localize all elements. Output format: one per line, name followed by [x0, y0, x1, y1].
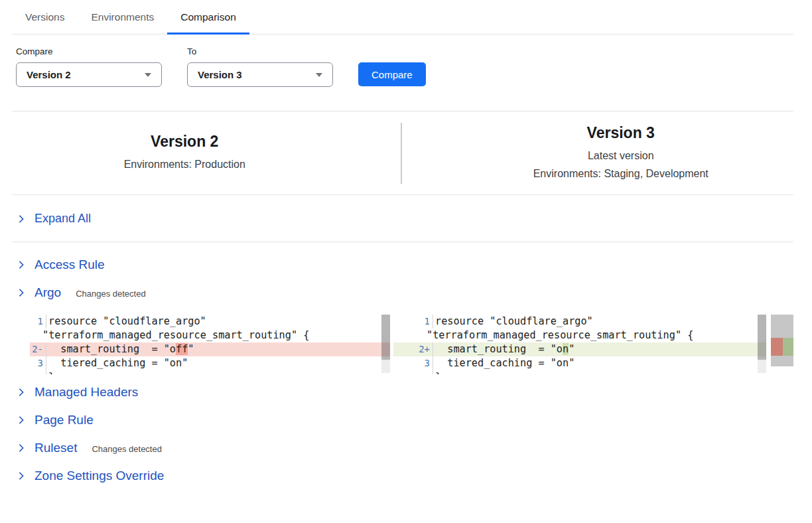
- changes-detected-badge: Changes detected: [92, 444, 162, 454]
- line-number: 2-: [30, 342, 46, 356]
- code-line: 1 resource "cloudflare_argo": [393, 315, 766, 329]
- code-line-added: 2+ smart_routing = "on": [393, 342, 766, 356]
- code-text: }: [433, 370, 441, 374]
- right-version-environments: Environments: Staging, Development: [448, 165, 794, 183]
- added-char-highlight: n: [563, 343, 569, 355]
- chevron-down-icon: [145, 73, 151, 77]
- scrollbar[interactable]: [381, 315, 390, 373]
- section-label: Zone Settings Override: [34, 469, 164, 483]
- diff-overview-ruler[interactable]: [771, 315, 793, 366]
- code-line: 1 resource "cloudflare_argo": [30, 315, 390, 329]
- to-field-label: To: [187, 46, 333, 56]
- code-text: tiered_caching = "on": [433, 356, 575, 370]
- compare-form: Compare Version 2 To Version 3 Compare: [16, 46, 812, 87]
- added-marker: [783, 338, 793, 356]
- chevron-right-icon: [17, 260, 26, 269]
- code-text: "terraform_managed_resource_smart_routin…: [30, 329, 309, 342]
- code-text: "terraform_managed_resource_smart_routin…: [393, 329, 693, 342]
- section-label: Managed Headers: [34, 385, 138, 400]
- chevron-right-icon: [17, 288, 26, 297]
- changes-detected-badge: Changes detected: [76, 289, 146, 299]
- tab-versions[interactable]: Versions: [12, 0, 78, 34]
- section-label: Argo: [34, 285, 61, 300]
- compare-field: Compare Version 2: [16, 46, 162, 87]
- compare-button[interactable]: Compare: [358, 62, 426, 86]
- diff-pane-left: 1 resource "cloudflare_argo" "terraform_…: [30, 315, 390, 374]
- code-text: }: [46, 370, 54, 374]
- code-line-wrap: "terraform_managed_resource_smart_routin…: [30, 329, 390, 342]
- code-line-clipped: }: [393, 370, 766, 374]
- section-argo[interactable]: Argo Changes detected: [0, 279, 812, 307]
- removed-char-highlight: ff: [176, 343, 188, 355]
- code-text: smart_routing = "off": [46, 342, 194, 356]
- chevron-right-icon: [17, 214, 26, 224]
- compare-version-value: Version 2: [27, 69, 71, 80]
- section-page-rule[interactable]: Page Rule: [0, 406, 812, 434]
- code-line-removed: 2- smart_routing = "off": [30, 342, 390, 356]
- compare-version-select[interactable]: Version 2: [16, 62, 162, 87]
- left-version-environments: Environments: Production: [12, 155, 358, 173]
- section-access-rule[interactable]: Access Rule: [0, 251, 812, 279]
- line-number: 1: [393, 315, 433, 329]
- expand-all-button[interactable]: Expand All: [0, 195, 812, 242]
- code-line: 3 tiered_caching = "on": [393, 356, 766, 370]
- diff-pane-right: 1 resource "cloudflare_argo" "terraform_…: [393, 315, 766, 374]
- code-text: resource "cloudflare_argo": [433, 315, 593, 329]
- version-header-right: Version 3 Latest version Environments: S…: [402, 124, 794, 183]
- to-version-value: Version 3: [198, 69, 242, 80]
- tab-bar: Versions Environments Comparison: [12, 0, 793, 35]
- tab-comparison[interactable]: Comparison: [167, 0, 249, 34]
- scrollbar[interactable]: [758, 315, 766, 373]
- version-header-left: Version 2 Environments: Production: [12, 133, 401, 173]
- line-number: [393, 370, 433, 374]
- code-line-clipped: }: [30, 370, 390, 374]
- section-managed-headers[interactable]: Managed Headers: [0, 378, 812, 406]
- scrollbar-thumb[interactable]: [758, 315, 766, 360]
- chevron-right-icon: [17, 415, 26, 425]
- line-number: 2+: [393, 342, 433, 356]
- tab-environments[interactable]: Environments: [78, 0, 167, 34]
- right-version-latest: Latest version: [448, 147, 794, 165]
- section-label: Page Rule: [34, 413, 94, 427]
- right-version-title: Version 3: [448, 124, 794, 142]
- chevron-down-icon: [316, 73, 322, 77]
- code-line: 3 tiered_caching = "on": [30, 356, 390, 370]
- line-number: 1: [30, 315, 46, 329]
- scrollbar-thumb[interactable]: [381, 315, 390, 360]
- divider: [12, 242, 793, 242]
- section-label: Ruleset: [34, 441, 77, 455]
- to-field: To Version 3: [187, 46, 333, 87]
- to-version-select[interactable]: Version 3: [187, 62, 333, 87]
- section-label: Access Rule: [34, 258, 105, 272]
- code-text: tiered_caching = "on": [46, 356, 188, 370]
- version-headers: Version 2 Environments: Production Versi…: [12, 112, 793, 195]
- line-number: 3: [30, 356, 46, 370]
- resource-sections: Access Rule Argo Changes detected 1 reso…: [0, 251, 812, 490]
- line-number: 3: [393, 356, 433, 370]
- code-text: smart_routing = "on": [433, 342, 575, 356]
- argo-diff: 1 resource "cloudflare_argo" "terraform_…: [30, 315, 793, 374]
- section-zone-settings-override[interactable]: Zone Settings Override: [0, 462, 812, 490]
- expand-all-label: Expand All: [34, 212, 91, 226]
- removed-marker: [771, 338, 783, 356]
- compare-field-label: Compare: [16, 46, 162, 56]
- code-line-wrap: "terraform_managed_resource_smart_routin…: [393, 329, 766, 342]
- chevron-right-icon: [17, 443, 26, 453]
- chevron-right-icon: [17, 471, 26, 481]
- section-ruleset[interactable]: Ruleset Changes detected: [0, 434, 812, 462]
- left-version-title: Version 2: [12, 133, 358, 151]
- diff-change-marker: [771, 338, 793, 356]
- chevron-right-icon: [17, 388, 26, 397]
- code-text: resource "cloudflare_argo": [46, 315, 206, 329]
- line-number: [30, 370, 46, 374]
